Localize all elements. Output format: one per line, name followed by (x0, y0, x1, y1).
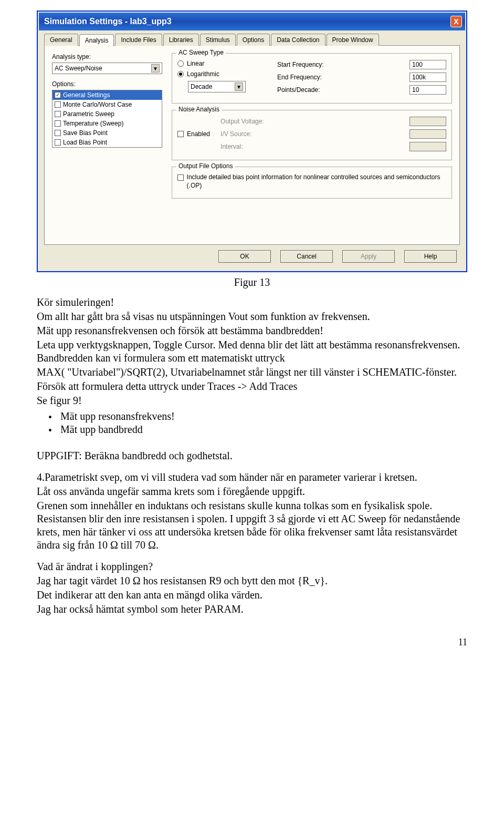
paragraph: Jag har också hämtat symbol som heter PA… (37, 603, 467, 616)
analysis-type-label: Analysis type: (52, 53, 162, 60)
radio-icon (177, 71, 184, 77)
paragraph: Låt oss använda ungefär samma krets som … (37, 485, 467, 498)
end-freq-label: End Frequency: (277, 74, 405, 81)
start-freq-label: Start Frequency: (277, 61, 405, 68)
checkbox-icon (177, 131, 184, 137)
option-temperature-sweep[interactable]: Temperature (Sweep) (52, 119, 162, 128)
ac-sweep-group: AC Sweep Type Linear Logarithmic (172, 53, 452, 104)
paragraph: Se figur 9! (37, 394, 467, 407)
paragraph: Försök att formulera detta uttryck under… (37, 380, 467, 393)
paragraph: Mät upp resonansfrekvensen och försök at… (37, 324, 467, 337)
tab-include-files[interactable]: Include Files (115, 34, 162, 46)
cancel-button[interactable]: Cancel (280, 250, 333, 263)
scale-dropdown[interactable]: Decade ▼ (188, 81, 246, 92)
options-list[interactable]: General Settings Monte Carlo/Worst Case … (52, 90, 162, 148)
checkbox-icon (55, 101, 61, 108)
dialog-buttons: OK Cancel Apply Help (44, 245, 460, 265)
task-heading: UPPGIFT: Beräkna bandbredd och godhetsta… (37, 449, 467, 462)
apply-button: Apply (342, 250, 395, 263)
paragraph: MAX( "Utvariabel")/SQRT(2), Utvariabelna… (37, 366, 467, 379)
start-freq-input[interactable] (410, 60, 446, 69)
checkbox-icon (55, 92, 61, 98)
noise-legend: Noise Analysis (176, 106, 222, 113)
noise-group: Noise Analysis Enabled Output Voltage: (172, 110, 452, 160)
interval-input (410, 142, 446, 151)
tab-stimulus[interactable]: Stimulus (200, 34, 236, 46)
titlebar[interactable]: Simulation Settings - lab3_upp3 X (39, 13, 465, 30)
document-body: Kör simuleringen! Om allt har gått bra s… (37, 296, 467, 648)
analysis-type-value: AC Sweep/Noise (55, 65, 102, 72)
chevron-down-icon: ▼ (151, 64, 160, 73)
analysis-type-dropdown[interactable]: AC Sweep/Noise ▼ (52, 63, 162, 74)
close-icon[interactable]: X (450, 16, 462, 27)
list-item: Mät upp resonansfrekvens! (37, 410, 467, 424)
ac-sweep-legend: AC Sweep Type (176, 49, 226, 56)
figure-caption: Figur 13 (37, 276, 467, 288)
tab-analysis[interactable]: Analysis (79, 34, 114, 46)
tab-general[interactable]: General (44, 34, 78, 46)
interval-label: Interval: (220, 143, 405, 150)
option-load-bias[interactable]: Load Bias Point (52, 138, 162, 147)
ov-input (410, 117, 446, 126)
ok-button[interactable]: OK (218, 250, 271, 263)
simulation-settings-dialog: Simulation Settings - lab3_upp3 X Genera… (37, 11, 467, 272)
options-label: Options: (52, 80, 162, 88)
end-freq-input[interactable] (410, 73, 446, 82)
tab-probe-window[interactable]: Probe Window (327, 34, 379, 46)
iv-input (410, 129, 446, 139)
paragraph: Det indikerar att den kan anta en mängd … (37, 589, 467, 602)
checkbox-icon (55, 120, 61, 127)
analysis-panel: Analysis type: AC Sweep/Noise ▼ Options:… (44, 45, 460, 245)
ofo-legend: Output File Options (176, 162, 235, 170)
checkbox-icon (55, 130, 61, 136)
paragraph: Vad är ändrat i kopplingen? (37, 560, 467, 573)
option-save-bias[interactable]: Save Bias Point (52, 128, 162, 138)
radio-icon (177, 60, 184, 67)
paragraph: Leta upp verktygsknappen, Toggle Cursor.… (37, 338, 467, 365)
paragraph: Kör simuleringen! (37, 296, 467, 309)
paragraph: Jag har tagit värdet 10 Ω hos resistanse… (37, 574, 467, 587)
window-title: Simulation Settings - lab3_upp3 (44, 17, 172, 26)
paragraph: Om allt har gått bra så visas nu utspänn… (37, 310, 467, 323)
help-button[interactable]: Help (404, 250, 457, 263)
chevron-down-icon: ▼ (235, 82, 243, 91)
output-file-group: Output File Options Include detailed bia… (172, 167, 452, 199)
ppd-label: Points/Decade: (277, 86, 405, 94)
option-parametric-sweep[interactable]: Parametric Sweep (52, 109, 162, 119)
tab-libraries[interactable]: Libraries (163, 34, 199, 46)
checkbox-icon (55, 139, 61, 146)
option-general-settings[interactable]: General Settings (52, 90, 162, 100)
ov-label: Output Voltage: (220, 118, 405, 125)
radio-linear[interactable]: Linear (177, 60, 267, 67)
option-monte-carlo[interactable]: Monte Carlo/Worst Case (52, 100, 162, 109)
paragraph: 4.Parametriskt svep, om vi vill studera … (37, 471, 467, 484)
checkbox-icon (177, 174, 184, 181)
iv-label: I/V Source: (220, 130, 405, 138)
tabs: General Analysis Include Files Libraries… (44, 34, 460, 46)
noise-enabled-checkbox[interactable]: Enabled (177, 117, 210, 151)
ppd-input[interactable] (410, 85, 446, 95)
checkbox-icon (55, 111, 61, 117)
tab-data-collection[interactable]: Data Collection (271, 34, 325, 46)
tab-options[interactable]: Options (237, 34, 270, 46)
paragraph: Grenen som innehåller en induktans och r… (37, 499, 467, 552)
list-item: Mät upp bandbredd (37, 424, 467, 437)
ofo-checkbox[interactable]: Include detailed bias point information … (177, 173, 446, 190)
page-number: 11 (37, 637, 467, 648)
radio-logarithmic[interactable]: Logarithmic (177, 70, 267, 78)
